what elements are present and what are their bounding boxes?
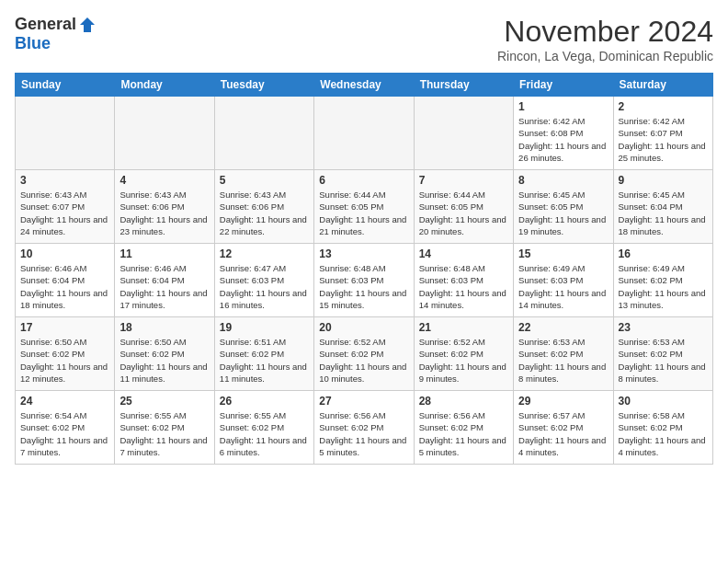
month-title: November 2024 [497, 15, 713, 49]
calendar-day-cell: 14Sunrise: 6:48 AMSunset: 6:03 PMDayligh… [414, 244, 513, 317]
calendar-day-cell: 19Sunrise: 6:51 AMSunset: 6:02 PMDayligh… [214, 317, 313, 391]
day-info: Sunrise: 6:45 AMSunset: 6:05 PMDaylight:… [518, 189, 608, 237]
day-number: 4 [119, 174, 209, 187]
day-number: 8 [518, 174, 608, 187]
day-number: 16 [619, 247, 708, 260]
calendar-day-cell [16, 97, 115, 170]
weekday-header: Tuesday [214, 74, 313, 97]
calendar-day-cell: 25Sunrise: 6:55 AMSunset: 6:02 PMDayligh… [115, 391, 214, 465]
day-number: 20 [319, 321, 408, 334]
day-info: Sunrise: 6:57 AMSunset: 6:02 PMDaylight:… [518, 409, 608, 458]
calendar-day-cell: 26Sunrise: 6:55 AMSunset: 6:02 PMDayligh… [214, 391, 313, 465]
day-info: Sunrise: 6:44 AMSunset: 6:05 PMDaylight:… [419, 189, 508, 237]
day-number: 9 [619, 174, 708, 187]
day-info: Sunrise: 6:52 AMSunset: 6:02 PMDaylight:… [419, 336, 508, 385]
day-info: Sunrise: 6:56 AMSunset: 6:02 PMDaylight:… [419, 409, 508, 458]
calendar-day-cell: 29Sunrise: 6:57 AMSunset: 6:02 PMDayligh… [514, 391, 613, 465]
day-number: 21 [419, 321, 508, 334]
calendar-day-cell: 2Sunrise: 6:42 AMSunset: 6:07 PMDaylight… [613, 97, 712, 170]
day-number: 14 [419, 247, 508, 260]
calendar-day-cell: 7Sunrise: 6:44 AMSunset: 6:05 PMDaylight… [414, 170, 513, 244]
calendar-day-cell [115, 97, 214, 170]
weekday-header: Friday [514, 74, 613, 97]
calendar-day-cell: 10Sunrise: 6:46 AMSunset: 6:04 PMDayligh… [16, 244, 115, 317]
day-number: 12 [220, 247, 309, 260]
calendar-day-cell: 6Sunrise: 6:44 AMSunset: 6:05 PMDaylight… [314, 170, 414, 244]
calendar-day-cell: 24Sunrise: 6:54 AMSunset: 6:02 PMDayligh… [16, 391, 115, 465]
day-number: 5 [220, 174, 309, 187]
day-number: 3 [20, 174, 109, 187]
day-info: Sunrise: 6:44 AMSunset: 6:05 PMDaylight:… [319, 189, 408, 237]
logo: General Blue [15, 15, 97, 53]
calendar-table: SundayMondayTuesdayWednesdayThursdayFrid… [15, 73, 713, 465]
day-info: Sunrise: 6:45 AMSunset: 6:04 PMDaylight:… [619, 189, 708, 237]
day-number: 10 [20, 247, 109, 260]
logo-general-text: General [15, 15, 76, 34]
calendar-day-cell: 16Sunrise: 6:49 AMSunset: 6:02 PMDayligh… [613, 244, 712, 317]
calendar-day-cell: 4Sunrise: 6:43 AMSunset: 6:06 PMDaylight… [115, 170, 214, 244]
calendar-day-cell: 13Sunrise: 6:48 AMSunset: 6:03 PMDayligh… [314, 244, 414, 317]
calendar-day-cell: 5Sunrise: 6:43 AMSunset: 6:06 PMDaylight… [214, 170, 313, 244]
day-info: Sunrise: 6:48 AMSunset: 6:03 PMDaylight:… [319, 262, 408, 311]
calendar-day-cell [314, 97, 414, 170]
page-header: General Blue November 2024 Rincon, La Ve… [15, 15, 713, 63]
calendar-week-row: 17Sunrise: 6:50 AMSunset: 6:02 PMDayligh… [16, 317, 713, 391]
day-info: Sunrise: 6:53 AMSunset: 6:02 PMDaylight:… [619, 336, 708, 385]
day-info: Sunrise: 6:46 AMSunset: 6:04 PMDaylight:… [20, 262, 109, 311]
day-number: 26 [220, 395, 309, 408]
day-number: 13 [319, 247, 408, 260]
logo-icon [78, 16, 97, 34]
weekday-header: Wednesday [314, 74, 414, 97]
day-info: Sunrise: 6:49 AMSunset: 6:02 PMDaylight:… [619, 262, 708, 311]
day-number: 29 [518, 395, 608, 408]
calendar-day-cell: 22Sunrise: 6:53 AMSunset: 6:02 PMDayligh… [514, 317, 613, 391]
calendar-day-cell: 23Sunrise: 6:53 AMSunset: 6:02 PMDayligh… [613, 317, 712, 391]
title-section: November 2024 Rincon, La Vega, Dominican… [497, 15, 713, 63]
day-info: Sunrise: 6:53 AMSunset: 6:02 PMDaylight:… [518, 336, 608, 385]
calendar-week-row: 3Sunrise: 6:43 AMSunset: 6:07 PMDaylight… [16, 170, 713, 244]
calendar-day-cell: 20Sunrise: 6:52 AMSunset: 6:02 PMDayligh… [314, 317, 414, 391]
day-info: Sunrise: 6:43 AMSunset: 6:06 PMDaylight:… [119, 189, 209, 237]
day-info: Sunrise: 6:43 AMSunset: 6:06 PMDaylight:… [220, 189, 309, 237]
day-number: 7 [419, 174, 508, 187]
day-info: Sunrise: 6:46 AMSunset: 6:04 PMDaylight:… [119, 262, 209, 311]
calendar-day-cell: 1Sunrise: 6:42 AMSunset: 6:08 PMDaylight… [514, 97, 613, 170]
day-info: Sunrise: 6:56 AMSunset: 6:02 PMDaylight:… [319, 409, 408, 458]
day-number: 25 [119, 395, 209, 408]
calendar-day-cell [414, 97, 513, 170]
calendar-day-cell: 9Sunrise: 6:45 AMSunset: 6:04 PMDaylight… [613, 170, 712, 244]
weekday-header: Thursday [414, 74, 513, 97]
day-info: Sunrise: 6:42 AMSunset: 6:08 PMDaylight:… [518, 115, 608, 164]
day-number: 17 [20, 321, 109, 334]
calendar-day-cell: 11Sunrise: 6:46 AMSunset: 6:04 PMDayligh… [115, 244, 214, 317]
day-info: Sunrise: 6:43 AMSunset: 6:07 PMDaylight:… [20, 189, 109, 237]
day-info: Sunrise: 6:42 AMSunset: 6:07 PMDaylight:… [619, 115, 708, 164]
day-number: 6 [319, 174, 408, 187]
day-number: 18 [119, 321, 209, 334]
day-number: 22 [518, 321, 608, 334]
day-info: Sunrise: 6:48 AMSunset: 6:03 PMDaylight:… [419, 262, 508, 311]
svg-marker-0 [80, 17, 95, 32]
calendar-week-row: 10Sunrise: 6:46 AMSunset: 6:04 PMDayligh… [16, 244, 713, 317]
calendar-day-cell: 27Sunrise: 6:56 AMSunset: 6:02 PMDayligh… [314, 391, 414, 465]
calendar-day-cell [214, 97, 313, 170]
weekday-header: Sunday [16, 74, 115, 97]
calendar-day-cell: 30Sunrise: 6:58 AMSunset: 6:02 PMDayligh… [613, 391, 712, 465]
day-info: Sunrise: 6:49 AMSunset: 6:03 PMDaylight:… [518, 262, 608, 311]
calendar-day-cell: 28Sunrise: 6:56 AMSunset: 6:02 PMDayligh… [414, 391, 513, 465]
calendar-week-row: 24Sunrise: 6:54 AMSunset: 6:02 PMDayligh… [16, 391, 713, 465]
weekday-header: Saturday [613, 74, 712, 97]
calendar-day-cell: 21Sunrise: 6:52 AMSunset: 6:02 PMDayligh… [414, 317, 513, 391]
day-number: 15 [518, 247, 608, 260]
day-number: 23 [619, 321, 708, 334]
calendar-header-row: SundayMondayTuesdayWednesdayThursdayFrid… [16, 74, 713, 97]
calendar-day-cell: 3Sunrise: 6:43 AMSunset: 6:07 PMDaylight… [16, 170, 115, 244]
day-info: Sunrise: 6:52 AMSunset: 6:02 PMDaylight:… [319, 336, 408, 385]
weekday-header: Monday [115, 74, 214, 97]
logo-blue-text: Blue [15, 34, 51, 53]
day-number: 19 [220, 321, 309, 334]
day-number: 24 [20, 395, 109, 408]
day-info: Sunrise: 6:54 AMSunset: 6:02 PMDaylight:… [20, 409, 109, 458]
calendar-day-cell: 18Sunrise: 6:50 AMSunset: 6:02 PMDayligh… [115, 317, 214, 391]
day-number: 2 [619, 100, 708, 113]
